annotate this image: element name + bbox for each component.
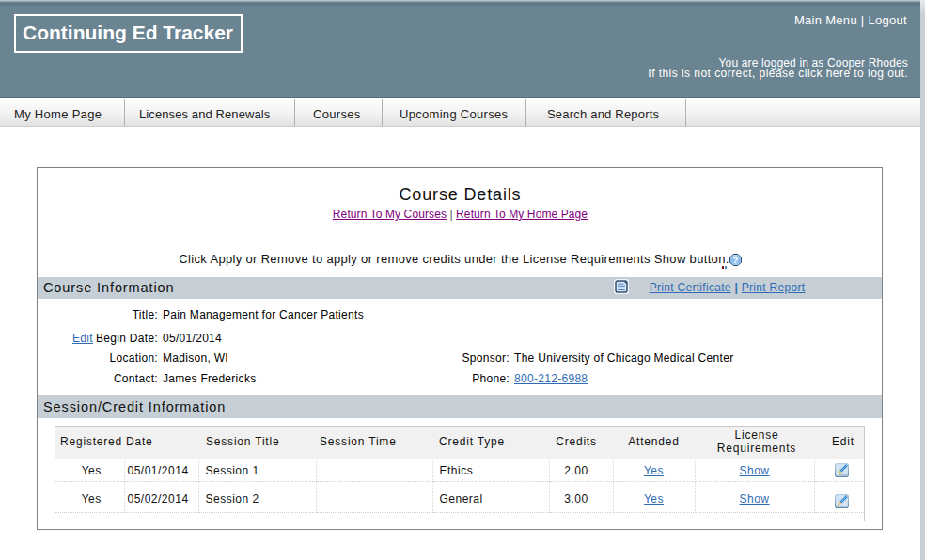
svg-text:?: ? [732,255,738,265]
